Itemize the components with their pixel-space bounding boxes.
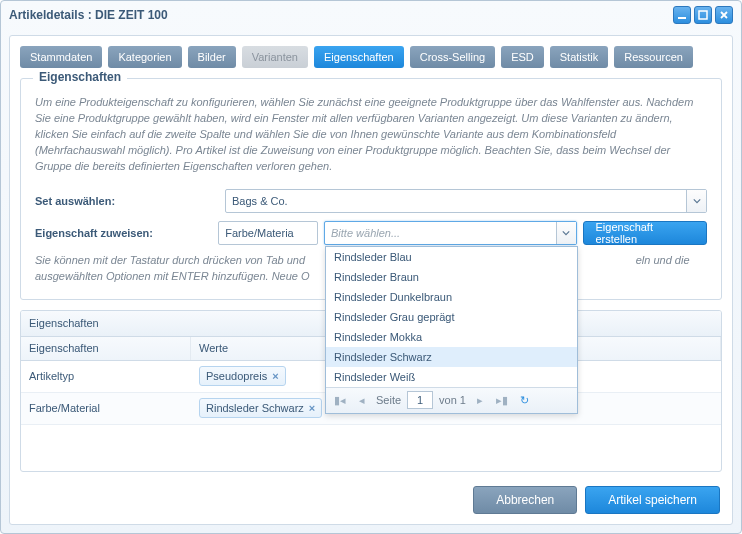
chevron-down-icon[interactable] — [556, 222, 576, 244]
dropdown-item[interactable]: Rindsleder Braun — [326, 267, 577, 287]
close-button[interactable] — [715, 6, 733, 24]
page-input[interactable] — [407, 391, 433, 409]
cancel-button[interactable]: Abbrechen — [473, 486, 577, 514]
assign-label: Eigenschaft zuweisen: — [35, 227, 218, 239]
set-select-input[interactable] — [226, 190, 686, 212]
dropdown-pager: ▮◂ ◂ Seite von 1 ▸ ▸▮ ↻ — [326, 387, 577, 413]
tab-cross-selling[interactable]: Cross-Selling — [410, 46, 495, 68]
tab-kategorien[interactable]: Kategorien — [108, 46, 181, 68]
assign-prop-combo[interactable] — [218, 221, 318, 245]
dropdown-list: Rindsleder BlauRindsleder BraunRindslede… — [326, 247, 577, 387]
page-prev-icon[interactable]: ◂ — [354, 392, 370, 408]
svg-rect-1 — [699, 11, 707, 19]
footer-buttons: Abbrechen Artikel speichern — [473, 486, 720, 514]
page-next-icon[interactable]: ▸ — [472, 392, 488, 408]
dropdown-item[interactable]: Rindsleder Grau geprägt — [326, 307, 577, 327]
set-select-combo[interactable] — [225, 189, 707, 213]
tab-statistik[interactable]: Statistik — [550, 46, 609, 68]
property-name: Farbe/Material — [21, 402, 191, 414]
page-last-icon[interactable]: ▸▮ — [494, 392, 510, 408]
titlebar: Artikeldetails : DIE ZEIT 100 — [1, 1, 741, 29]
tab-bilder[interactable]: Bilder — [188, 46, 236, 68]
row-assign-property: Eigenschaft zuweisen: Eigenschaft erstel… — [35, 221, 707, 245]
help-text-1: Um eine Produkteigenschaft zu konfigurie… — [35, 95, 707, 175]
property-name: Artikeltyp — [21, 370, 191, 382]
assign-value-input[interactable] — [325, 222, 556, 244]
minimize-button[interactable] — [673, 6, 691, 24]
page-first-icon[interactable]: ▮◂ — [332, 392, 348, 408]
refresh-icon[interactable]: ↻ — [516, 392, 532, 408]
dropdown-item[interactable]: Rindsleder Blau — [326, 247, 577, 267]
tab-eigenschaften[interactable]: Eigenschaften — [314, 46, 404, 68]
window-title: Artikeldetails : DIE ZEIT 100 — [9, 8, 673, 22]
tab-ressourcen[interactable]: Ressourcen — [614, 46, 693, 68]
tab-bar: StammdatenKategorienBilderVariantenEigen… — [20, 46, 722, 68]
row-set-select: Set auswählen: — [35, 189, 707, 213]
dropdown-item[interactable]: Rindsleder Schwarz — [326, 347, 577, 367]
remove-tag-icon[interactable]: × — [272, 370, 278, 382]
grid-col-properties: Eigenschaften — [21, 337, 191, 360]
set-select-label: Set auswählen: — [35, 195, 225, 207]
window: Artikeldetails : DIE ZEIT 100 Stammdaten… — [0, 0, 742, 534]
chevron-down-icon[interactable] — [686, 190, 706, 212]
assign-value-combo[interactable] — [324, 221, 577, 245]
svg-rect-0 — [678, 17, 686, 19]
fieldset-legend: Eigenschaften — [33, 70, 127, 84]
tab-stammdaten[interactable]: Stammdaten — [20, 46, 102, 68]
window-body: StammdatenKategorienBilderVariantenEigen… — [9, 35, 733, 525]
dropdown-item[interactable]: Rindsleder Mokka — [326, 327, 577, 347]
value-dropdown[interactable]: Rindsleder BlauRindsleder BraunRindslede… — [325, 246, 578, 414]
dropdown-item[interactable]: Rindsleder Weiß — [326, 367, 577, 387]
save-button[interactable]: Artikel speichern — [585, 486, 720, 514]
value-tag: Rindsleder Schwarz× — [199, 398, 322, 418]
dropdown-item[interactable]: Rindsleder Dunkelbraun — [326, 287, 577, 307]
page-of: von 1 — [439, 394, 466, 406]
create-property-button[interactable]: Eigenschaft erstellen — [583, 221, 707, 245]
tab-varianten: Varianten — [242, 46, 308, 68]
tab-esd[interactable]: ESD — [501, 46, 544, 68]
page-label: Seite — [376, 394, 401, 406]
value-tag: Pseudopreis× — [199, 366, 286, 386]
remove-tag-icon[interactable]: × — [309, 402, 315, 414]
maximize-button[interactable] — [694, 6, 712, 24]
window-buttons — [673, 6, 733, 24]
